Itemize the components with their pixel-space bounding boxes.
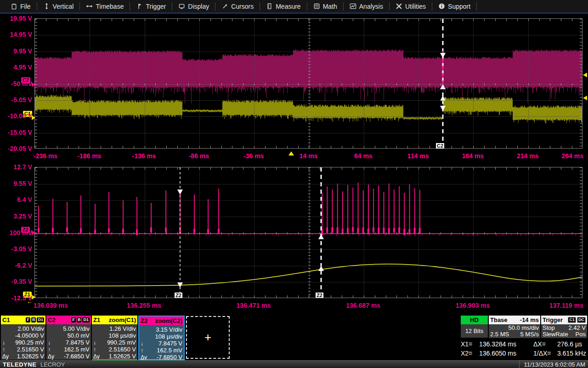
brand-teledyne: TELEDYNE (3, 361, 36, 368)
z2-max: 162.5 mV (157, 347, 182, 354)
axis-tick-label: 264 ms (562, 152, 583, 160)
axis-tick-label: 136.255 ms (127, 302, 161, 309)
axis-tick-label: -6.2 V (0, 262, 32, 269)
main-waveform-grid[interactable] (34, 18, 582, 149)
axis-tick-label: 12.7 V (0, 163, 32, 171)
channel-descriptor-c2[interactable]: C2 F B D1 5.00 V/div 50.0 mV ↓7.8475 V ↑… (46, 316, 91, 360)
menu-timebase[interactable]: Timebase (80, 0, 130, 13)
axis-tick-label: -15.05 V (0, 129, 32, 136)
menu-display[interactable]: Display (172, 0, 215, 13)
menu-utilities[interactable]: Utilities (390, 0, 432, 13)
zoom-waveform-grid[interactable] (34, 167, 582, 298)
trigger-level: 2.42 V (568, 325, 586, 331)
x1-label: X1= (461, 340, 479, 348)
cursor-label-z-left[interactable]: Z2 (175, 293, 182, 298)
support-icon (438, 3, 445, 10)
min-icon: ↓ (141, 340, 143, 347)
menu-analysis[interactable]: Analysis (344, 0, 389, 13)
cursor-label-z-right[interactable]: Z2 (316, 293, 323, 298)
c1-offset: -4.05000 V (15, 332, 44, 339)
vertical-icon (43, 3, 50, 10)
tbase-label: Tbase (490, 316, 508, 323)
z1-tdiv: 108 µs/div (108, 332, 136, 339)
min-icon: ↓ (93, 339, 96, 346)
menu-math[interactable]: Math (307, 0, 343, 13)
hd-mode-box[interactable]: HD 12 Bits (461, 316, 488, 338)
cursors-icon (221, 3, 228, 10)
menu-label: Measure (276, 3, 300, 10)
timebase-box[interactable]: Tbase -14 ms 50.0 ms/div 2.5 MS5 MS/s (489, 316, 540, 338)
z2-offset-arrow-icon (32, 230, 35, 235)
add-trace-button[interactable]: + (186, 316, 230, 359)
trigger-level-marker-icon[interactable] (583, 96, 587, 100)
channel-id: Z2 (141, 317, 147, 324)
channel-id: Z1 (93, 316, 100, 323)
c2-offset-arrow-icon (32, 82, 35, 87)
tbase-samples: 2.5 MS (490, 331, 509, 338)
z2-values: 3.15 V/div 108 µs/div ↓7.8475 V ↑162.5 m… (139, 325, 184, 361)
axis-tick-label: 164 ms (462, 152, 484, 160)
c2-min: 7.8475 V (66, 339, 90, 346)
delta-y-icon: Δy (48, 353, 54, 360)
x1-value: 136.3284 ms (479, 340, 533, 348)
plus-icon: + (204, 330, 211, 345)
c2-vdiv: 5.00 V/div (63, 325, 90, 332)
datetime[interactable]: 11/13/2023 6:02:05 AM (519, 361, 585, 368)
z1-max: 2.51650 V (109, 346, 136, 353)
menu-label: Utilities (405, 3, 426, 10)
menu-vertical[interactable]: Vertical (37, 0, 80, 13)
z1-min: 990.25 mV (107, 339, 136, 346)
trigger-values: Stop2.42 V SlewRatePos (541, 324, 587, 338)
trigger-slope: Pos (576, 331, 586, 338)
menu-support[interactable]: Support (432, 0, 476, 13)
c1-max: 2.51650 V (17, 346, 44, 353)
menu-cursors[interactable]: Cursors (215, 0, 260, 13)
axis-tick-label: -10.05 V (0, 112, 32, 120)
trigger-box[interactable]: Trigger C1 DC Stop2.42 V SlewRatePos (541, 316, 587, 338)
axis-tick-label: 136.471 ms (237, 302, 271, 309)
tbase-offset: -14 ms (520, 316, 539, 323)
axis-tick-label: 114 ms (407, 152, 429, 160)
menu-label: Cursors (231, 3, 254, 10)
trigger-level-marker-icon[interactable] (583, 73, 587, 77)
axis-tick-label: 214 ms (517, 152, 538, 160)
c2-max: 162.5 mV (64, 346, 90, 353)
cursor-readout-x2: X2= 136.6050 ms 1/ΔX= 3.615 kHz (461, 350, 588, 357)
menu-measure[interactable]: Measure (260, 0, 306, 13)
menu-label: Trigger (146, 3, 166, 10)
menu-file[interactable]: File (5, 0, 37, 13)
display-icon (178, 3, 185, 10)
delta-y-icon: Δy (2, 353, 9, 360)
tbase-scale: 50.0 ms/div (509, 325, 539, 331)
trigger-mode: Stop (543, 325, 555, 331)
channel-descriptor-c1[interactable]: C1 F B D1 2.00 V/div -4.05000 V ↓990.25 … (1, 316, 45, 360)
z2-header: Z2 zoom(C2) (139, 316, 184, 325)
trigger-position-marker-icon[interactable] (288, 151, 294, 155)
axis-tick-label: 137.119 ms (549, 302, 583, 309)
min-icon: ↓ (48, 339, 51, 346)
max-icon: ↑ (2, 346, 5, 353)
badge-d1: D1 (37, 317, 44, 322)
menu-trigger[interactable]: Trigger (130, 0, 172, 13)
tbase-rate: 5 MS/s (520, 331, 539, 338)
z1-dy: 1.52625 V (109, 353, 136, 360)
z2-vdiv: 3.15 V/div (156, 326, 182, 333)
menu-label: Display (188, 3, 209, 10)
z2-min: 7.8475 V (158, 340, 182, 347)
brand-logo: TELEDYNE LECROY (3, 361, 65, 368)
menu-label: Analysis (359, 3, 383, 10)
zoom-descriptor-z1[interactable]: Z1 zoom(C1) 1.26 V/div 108 µs/div ↓990.2… (92, 316, 137, 360)
axis-tick-label: 64 ms (354, 152, 373, 160)
cursor-label-c2[interactable]: C2 (436, 143, 444, 149)
menu-label: File (20, 3, 31, 10)
c1-offset-arrow-icon (32, 115, 35, 120)
min-icon: ↓ (2, 339, 5, 346)
zoom-descriptor-z2-selected[interactable]: Z2 zoom(C2) 3.15 V/div 108 µs/div ↓7.847… (138, 316, 185, 362)
timebase-icon (86, 3, 93, 10)
channel-id: C2 (48, 316, 56, 323)
menu-label: Vertical (53, 3, 74, 10)
badge-b: B (31, 317, 36, 322)
brand-lecroy: LECROY (40, 361, 65, 368)
badge-d1: D1 (82, 317, 90, 322)
max-icon: ↑ (48, 346, 51, 353)
